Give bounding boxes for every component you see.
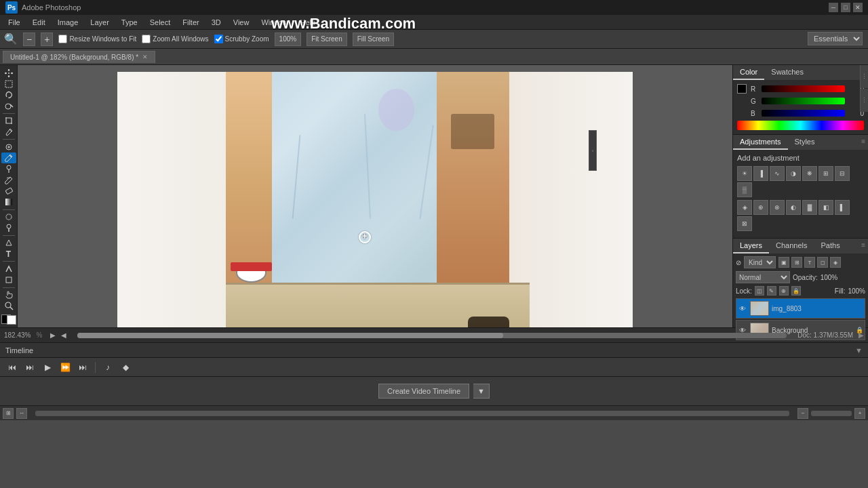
levels-icon[interactable]: ▐	[753, 166, 768, 181]
hand-tool-button[interactable]	[1, 289, 16, 300]
canvas-document[interactable]: +	[117, 72, 633, 327]
b-slider[interactable]	[762, 110, 845, 117]
lock-image-icon[interactable]: ✎	[767, 286, 776, 296]
zoom-out-button[interactable]: −	[23, 33, 35, 46]
scrubby-zoom-checkbox-label[interactable]: Scrubby Zoom	[214, 35, 269, 43]
history-brush-tool-button[interactable]	[1, 175, 16, 185]
zoom-percent-button[interactable]: 100%	[275, 33, 302, 46]
zoom-all-windows-checkbox[interactable]	[142, 35, 151, 43]
layer-row-img8803[interactable]: 👁 img_8803	[736, 298, 865, 319]
shape-tool-button[interactable]	[1, 274, 16, 285]
filter-pixel-icon[interactable]: ▣	[778, 257, 789, 268]
text-tool-button[interactable]: T	[1, 249, 16, 259]
adjustments-panel-menu[interactable]: ≡	[859, 135, 868, 150]
essentials-dropdown[interactable]: Essentials	[808, 32, 863, 45]
timeline-zoom-out[interactable]: −	[797, 408, 808, 419]
menu-help[interactable]: Help	[295, 17, 321, 28]
timeline-zoom-slider[interactable]	[811, 411, 852, 416]
menu-3d[interactable]: 3D	[206, 17, 226, 28]
dodge-tool-button[interactable]	[1, 223, 16, 233]
zoom-all-windows-checkbox-label[interactable]: Zoom All Windows	[142, 35, 208, 43]
curves-icon[interactable]: ∿	[770, 166, 785, 181]
timeline-scrubber[interactable]	[77, 333, 787, 338]
panel-toggle-right[interactable]: ▶	[859, 331, 864, 339]
marquee-tool-button[interactable]	[1, 79, 16, 89]
menu-edit[interactable]: Edit	[27, 17, 51, 28]
filter-type-icon[interactable]: T	[804, 257, 815, 268]
adjustments-tab[interactable]: Adjustments	[733, 135, 788, 150]
lock-all-icon[interactable]: 🔒	[791, 286, 801, 296]
menu-image[interactable]: Image	[52, 17, 84, 28]
layer-visibility-img8803[interactable]: 👁	[738, 304, 747, 313]
hue-sat-icon[interactable]: ⊞	[818, 166, 833, 181]
document-tab[interactable]: Untitled-1 @ 182% (Background, RGB/8) * …	[3, 51, 155, 63]
create-video-timeline-button[interactable]: Create Video Timeline	[378, 384, 469, 399]
menu-type[interactable]: Type	[116, 17, 143, 28]
selective-color-icon[interactable]: ⊠	[737, 216, 752, 231]
layers-kind-dropdown[interactable]: Kind	[744, 256, 776, 268]
next-frame-button[interactable]: ⏩	[58, 361, 72, 374]
audio-button[interactable]: ♪	[101, 361, 115, 374]
eyedropper-tool-button[interactable]	[1, 127, 16, 137]
first-frame-button[interactable]: ⏮	[5, 361, 19, 374]
resize-windows-checkbox[interactable]	[58, 35, 67, 43]
background-swatch[interactable]	[7, 315, 16, 325]
color-lookup-icon[interactable]: ⊗	[770, 200, 785, 215]
black-white-icon[interactable]: ▒	[737, 182, 752, 197]
channels-tab[interactable]: Channels	[769, 239, 814, 253]
fg-color-swatch[interactable]	[737, 84, 747, 94]
brush-tool-button[interactable]	[1, 152, 16, 163]
lock-transparent-icon[interactable]: ◫	[755, 286, 764, 296]
move-tool-button[interactable]	[1, 68, 16, 78]
photo-filter-icon[interactable]: ◈	[737, 200, 752, 215]
filter-smart-icon[interactable]: ◈	[830, 257, 841, 268]
posterize-icon[interactable]: ▓	[802, 200, 817, 215]
lasso-tool-button[interactable]	[1, 90, 16, 100]
menu-select[interactable]: Select	[144, 17, 176, 28]
fit-screen-button[interactable]: Fit Screen	[307, 33, 347, 46]
scrubby-zoom-checkbox[interactable]	[214, 35, 223, 43]
swatches-tab[interactable]: Swatches	[764, 65, 810, 80]
expand-icon-2[interactable]: ⋮	[860, 89, 868, 112]
close-button[interactable]: ✕	[853, 3, 863, 12]
crop-tool-button[interactable]	[1, 116, 16, 126]
timeline-zoom-in[interactable]: +	[854, 408, 865, 419]
menu-filter[interactable]: Filter	[177, 17, 204, 28]
clone-stamp-tool-button[interactable]	[1, 164, 16, 174]
layers-tab[interactable]: Layers	[733, 239, 769, 253]
timeline-bottom-btn-1[interactable]: ⊞	[3, 408, 14, 419]
blend-mode-dropdown[interactable]: Normal	[736, 271, 790, 283]
prev-frame-button[interactable]: ⏭	[23, 361, 37, 374]
lock-position-icon[interactable]: ⊕	[779, 286, 789, 296]
menu-file[interactable]: File	[3, 17, 26, 28]
color-balance-icon[interactable]: ⊟	[835, 166, 850, 181]
document-tab-close[interactable]: ✕	[142, 54, 148, 60]
timeline-seek-bar[interactable]	[35, 411, 789, 416]
exposure-icon[interactable]: ◑	[786, 166, 801, 181]
brightness-contrast-icon[interactable]: ☀	[737, 166, 752, 181]
zoom-tool-button[interactable]	[1, 300, 16, 310]
keyframe-button[interactable]: ◆	[119, 361, 132, 374]
color-tab[interactable]: Color	[733, 65, 764, 80]
threshold-icon[interactable]: ◧	[818, 200, 833, 215]
styles-tab[interactable]: Styles	[788, 135, 822, 150]
resize-windows-checkbox-label[interactable]: Resize Windows to Fit	[58, 35, 136, 43]
menu-window[interactable]: Window	[256, 17, 293, 28]
paths-tab[interactable]: Paths	[814, 239, 847, 253]
play-button[interactable]: ▶	[41, 361, 54, 374]
eraser-tool-button[interactable]	[1, 186, 16, 196]
fg-bg-swatch[interactable]	[1, 314, 16, 325]
color-spectrum-bar[interactable]	[737, 121, 864, 130]
invert-icon[interactable]: ◐	[786, 200, 801, 215]
layers-panel-menu[interactable]: ≡	[859, 239, 868, 253]
maximize-button[interactable]: □	[841, 3, 850, 12]
g-slider[interactable]	[762, 98, 845, 104]
fill-screen-button[interactable]: Fill Screen	[353, 33, 394, 46]
menu-layer[interactable]: Layer	[85, 17, 115, 28]
r-slider[interactable]	[762, 85, 845, 92]
zoom-in-button[interactable]: +	[41, 33, 53, 46]
gradient-map-icon[interactable]: ▌	[835, 200, 850, 215]
filter-adjustment-icon[interactable]: ⊞	[791, 257, 802, 268]
collapse-panel-button[interactable]: ›	[589, 130, 597, 171]
menu-view[interactable]: View	[228, 17, 255, 28]
